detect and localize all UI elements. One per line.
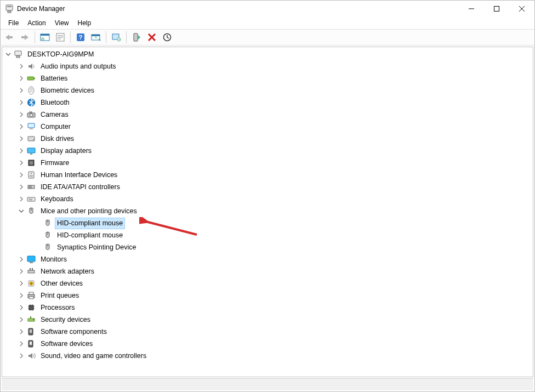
- tree-device[interactable]: HID-compliant mouse: [2, 229, 533, 241]
- svg-rect-27: [34, 78, 35, 79]
- menu-action[interactable]: Action: [23, 18, 50, 28]
- tree-category[interactable]: Disk drives: [2, 133, 533, 145]
- svg-rect-38: [30, 154, 32, 155]
- tree-category[interactable]: Firmware: [2, 157, 533, 169]
- svg-rect-25: [16, 56, 20, 58]
- properties-sheet-button[interactable]: [53, 30, 67, 44]
- svg-rect-69: [29, 305, 33, 310]
- tree-category[interactable]: Print queues: [2, 289, 533, 302]
- chevron-right-icon[interactable]: [18, 328, 25, 336]
- tree-category[interactable]: Software devices: [2, 338, 533, 350]
- tree-item-label: IDE ATA/ATAPI controllers: [38, 181, 122, 193]
- svg-point-31: [30, 114, 33, 117]
- svg-rect-10: [41, 34, 49, 36]
- svg-rect-7: [9, 36, 13, 38]
- minimize-button[interactable]: [459, 1, 484, 17]
- chevron-right-icon[interactable]: [18, 111, 25, 118]
- chevron-right-icon[interactable]: [18, 183, 25, 191]
- forward-button[interactable]: [18, 30, 32, 44]
- svg-rect-60: [28, 270, 35, 273]
- tree-root[interactable]: DESKTOP-AIG9MPM: [2, 48, 533, 60]
- chevron-right-icon[interactable]: [18, 87, 25, 94]
- svg-rect-43: [30, 175, 33, 177]
- tree-item-label: Bluetooth: [38, 97, 72, 109]
- menu-view[interactable]: View: [50, 18, 73, 28]
- display-icon: [26, 146, 36, 156]
- menu-file[interactable]: File: [4, 18, 23, 28]
- chevron-right-icon[interactable]: [18, 63, 25, 70]
- tree-category[interactable]: Keyboards: [2, 193, 533, 205]
- tree-device[interactable]: Synaptics Pointing Device: [2, 241, 533, 253]
- svg-point-21: [117, 38, 121, 41]
- tree-item-label: HID-compliant mouse: [55, 218, 125, 229]
- svg-rect-22: [134, 33, 138, 41]
- svg-rect-40: [30, 161, 33, 164]
- tree-category[interactable]: Batteries: [2, 72, 533, 84]
- help-button[interactable]: ?: [73, 30, 88, 44]
- tree-category[interactable]: Cameras: [2, 109, 533, 121]
- chevron-down-icon[interactable]: [4, 50, 12, 58]
- properties-button[interactable]: [38, 30, 52, 44]
- chevron-right-icon[interactable]: [18, 280, 25, 287]
- menu-help[interactable]: Help: [73, 18, 96, 28]
- tree-category[interactable]: Network adapters: [2, 265, 533, 277]
- mouse-icon: [43, 218, 53, 228]
- chevron-right-icon[interactable]: [18, 147, 25, 155]
- toolbar-separator: [106, 31, 106, 43]
- tree-category[interactable]: IDE ATA/ATAPI controllers: [2, 181, 533, 193]
- svg-rect-79: [30, 316, 31, 319]
- mouse-icon: [43, 230, 53, 240]
- chevron-right-icon[interactable]: [18, 75, 25, 82]
- tree-category[interactable]: Security devices: [2, 314, 533, 326]
- chevron-right-icon[interactable]: [18, 304, 25, 311]
- chevron-down-icon[interactable]: [18, 207, 25, 215]
- tree-item-label: Print queues: [38, 290, 81, 302]
- svg-rect-33: [28, 123, 35, 128]
- chevron-right-icon[interactable]: [18, 340, 25, 348]
- chevron-right-icon[interactable]: [18, 171, 25, 179]
- tree-category[interactable]: Human Interface Devices: [2, 169, 533, 181]
- svg-rect-19: [92, 35, 100, 36]
- chevron-right-icon[interactable]: [18, 255, 25, 263]
- tree-category[interactable]: Software components: [2, 326, 533, 338]
- toolbar-separator: [35, 31, 35, 43]
- svg-rect-58: [27, 256, 35, 262]
- scan-changes-button[interactable]: [160, 30, 174, 44]
- tree-item-label: Monitors: [38, 254, 69, 265]
- chevron-right-icon[interactable]: [18, 316, 25, 323]
- tree-item-label: Disk drives: [38, 133, 76, 145]
- chevron-right-icon[interactable]: [18, 159, 25, 167]
- tree-category[interactable]: Processors: [2, 302, 533, 314]
- chevron-right-icon[interactable]: [18, 352, 25, 360]
- chevron-right-icon[interactable]: [18, 268, 25, 275]
- tree-category[interactable]: Computer: [2, 121, 533, 133]
- security-icon: [26, 315, 36, 325]
- back-button[interactable]: [2, 30, 16, 44]
- tree-item-label: Keyboards: [38, 194, 76, 205]
- scan-hardware-button[interactable]: [89, 30, 103, 44]
- svg-rect-34: [30, 128, 33, 129]
- chevron-right-icon[interactable]: [18, 135, 25, 143]
- tree-category[interactable]: Biometric devices: [2, 84, 533, 96]
- tree-category[interactable]: Mice and other pointing devices: [2, 205, 533, 217]
- chevron-right-icon[interactable]: [18, 99, 25, 106]
- tree-device[interactable]: HID-compliant mouse: [2, 217, 533, 229]
- close-button[interactable]: [509, 1, 534, 17]
- tree-category[interactable]: ?Other devices: [2, 277, 533, 289]
- tree-category[interactable]: Display adapters: [2, 145, 533, 157]
- maximize-button[interactable]: [484, 1, 509, 17]
- tree-category[interactable]: Monitors: [2, 253, 533, 265]
- update-driver-button[interactable]: [109, 30, 123, 44]
- chevron-right-icon[interactable]: [18, 292, 25, 299]
- enable-device-button[interactable]: [129, 30, 144, 44]
- chevron-right-icon[interactable]: [18, 195, 25, 203]
- chevron-right-icon[interactable]: [18, 123, 25, 130]
- tree-category[interactable]: Bluetooth: [2, 96, 533, 109]
- uninstall-device-button[interactable]: [145, 30, 159, 44]
- svg-rect-1: [7, 6, 12, 7]
- tree-item-label: Other devices: [38, 278, 85, 289]
- svg-rect-48: [27, 197, 35, 201]
- device-tree[interactable]: DESKTOP-AIG9MPMAudio inputs and outputsB…: [2, 47, 533, 377]
- tree-category[interactable]: Sound, video and game controllers: [2, 350, 533, 362]
- tree-category[interactable]: Audio inputs and outputs: [2, 60, 533, 72]
